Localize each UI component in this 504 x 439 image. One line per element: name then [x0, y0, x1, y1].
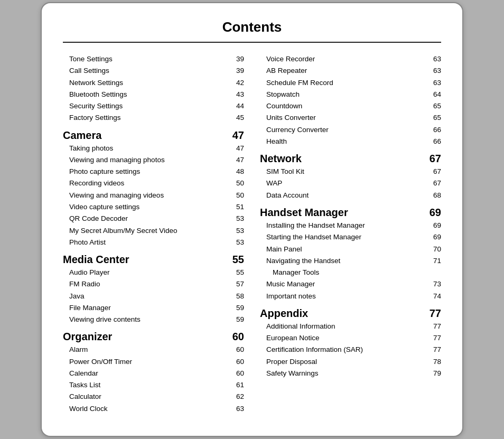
item-page: 62	[229, 391, 244, 403]
item-label: Viewing and managing photos	[69, 154, 225, 166]
item-label: World Clock	[69, 403, 225, 415]
section-heading: Handset Manager69	[260, 207, 441, 219]
item-page: 69	[426, 231, 441, 243]
item-label: Starting the Handset Manager	[266, 231, 422, 243]
item-page: 67	[426, 178, 441, 189]
section-heading: Media Center55	[63, 254, 244, 266]
item-label: Navigating the HandsetManager Tools	[266, 255, 422, 279]
item-label: Installing the Handset Manager	[266, 220, 422, 231]
list-item: Photo capture settings48	[63, 166, 244, 178]
list-item: Viewing and managing photos47	[63, 154, 244, 166]
list-item: Viewing and managing videos50	[63, 190, 244, 201]
section-heading: Network67	[260, 153, 441, 165]
list-item: Installing the Handset Manager69	[260, 220, 441, 231]
item-label: Stopwatch	[266, 89, 422, 100]
item-label: Taking photos	[69, 143, 225, 154]
section-heading: Camera47	[63, 129, 244, 142]
section-page: 67	[430, 153, 441, 165]
item-page: 44	[229, 100, 244, 112]
list-item: Navigating the HandsetManager Tools71	[260, 255, 441, 279]
item-page: 60	[229, 368, 244, 379]
item-label: Power On/Off Timer	[69, 356, 225, 368]
item-label: Music Manager	[266, 278, 422, 290]
list-item: European Notice77	[260, 332, 441, 344]
list-item: Proper Disposal78	[260, 356, 441, 368]
list-item: World Clock63	[63, 403, 244, 415]
item-page: 59	[229, 314, 244, 325]
item-label: Factory Settings	[69, 112, 225, 124]
item-page: 57	[229, 278, 244, 290]
list-item: Viewing drive contents59	[63, 314, 244, 325]
item-page: 71	[426, 255, 441, 279]
section-title: Organizer	[63, 331, 112, 343]
item-page: 45	[229, 112, 244, 124]
list-item: Main Panel70	[260, 244, 441, 255]
list-item: Photo Artist53	[63, 237, 244, 248]
list-item: Power On/Off Timer60	[63, 356, 244, 368]
list-item: Network Settings42	[63, 77, 244, 89]
left-column: Tone Settings39Call Settings39Network Se…	[63, 53, 244, 415]
item-page: 63	[426, 77, 441, 89]
item-page: 68	[426, 190, 441, 201]
list-item: Tasks List61	[63, 379, 244, 391]
item-label: Audio Player	[69, 267, 225, 278]
list-item: Currency Converter66	[260, 124, 441, 136]
item-label: Main Panel	[266, 244, 422, 255]
section-title: Handset Manager	[260, 207, 348, 219]
item-page: 60	[229, 344, 244, 356]
item-page: 39	[229, 65, 244, 77]
item-page: 59	[229, 302, 244, 314]
list-item: Units Converter65	[260, 112, 441, 124]
list-item: Health66	[260, 136, 441, 147]
item-label: QR Code Decoder	[69, 213, 225, 225]
list-item: Calculator62	[63, 391, 244, 403]
item-page: 73	[426, 278, 441, 290]
section-title: Camera	[63, 129, 101, 142]
item-page: 77	[426, 344, 441, 356]
item-label: Important notes	[266, 291, 422, 302]
item-page: 66	[426, 136, 441, 147]
item-label: Tasks List	[69, 379, 225, 391]
item-page: 66	[426, 124, 441, 136]
right-sections: Network67SIM Tool Kit67WAP67Data Account…	[260, 153, 441, 379]
item-page: 42	[229, 77, 244, 89]
item-page: 61	[229, 379, 244, 391]
list-item: Java58	[63, 291, 244, 302]
page-title: Contents	[63, 19, 441, 43]
item-page: 48	[229, 166, 244, 178]
left-pre-items: Tone Settings39Call Settings39Network Se…	[63, 53, 244, 124]
item-label: Call Settings	[69, 65, 225, 77]
item-page: 70	[426, 244, 441, 255]
item-label: Viewing drive contents	[69, 314, 225, 325]
item-page: 53	[229, 213, 244, 225]
item-page: 64	[426, 89, 441, 100]
item-label: Calendar	[69, 368, 225, 379]
item-page: 78	[426, 356, 441, 368]
section-page: 47	[232, 129, 244, 142]
item-page: 74	[426, 291, 441, 302]
list-item: Factory Settings45	[63, 112, 244, 124]
item-label: Safety Warnings	[266, 368, 422, 379]
item-label: Photo Artist	[69, 237, 225, 248]
item-page: 77	[426, 321, 441, 332]
right-column: Voice Recorder63AB Repeater63Schedule FM…	[260, 53, 441, 415]
list-item: Certification Information (SAR)77	[260, 344, 441, 356]
item-page: 60	[229, 356, 244, 368]
item-page: 50	[229, 190, 244, 201]
item-page: 39	[229, 53, 244, 65]
list-item: File Manager59	[63, 302, 244, 314]
item-label: Data Account	[266, 190, 422, 201]
list-item: QR Code Decoder53	[63, 213, 244, 225]
list-item: Music Manager73	[260, 278, 441, 290]
list-item: SIM Tool Kit67	[260, 166, 441, 178]
item-label: Viewing and managing videos	[69, 190, 225, 201]
item-label: AB Repeater	[266, 65, 422, 77]
right-pre-items: Voice Recorder63AB Repeater63Schedule FM…	[260, 53, 441, 147]
item-label: Proper Disposal	[266, 356, 422, 368]
item-page: 58	[229, 291, 244, 302]
left-sections: Camera47Taking photos47Viewing and manag…	[63, 129, 244, 415]
item-label: Certification Information (SAR)	[266, 344, 422, 356]
item-page: 47	[229, 154, 244, 166]
list-item: Bluetooth Settings43	[63, 89, 244, 100]
section-title: Appendix	[260, 307, 308, 320]
